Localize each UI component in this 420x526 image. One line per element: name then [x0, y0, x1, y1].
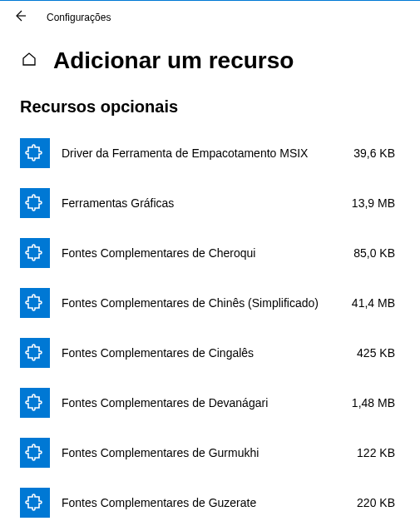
puzzle-icon: [20, 188, 50, 218]
home-button[interactable]: [20, 52, 38, 70]
puzzle-icon: [20, 238, 50, 268]
feature-item[interactable]: Fontes Complementares de Gurmukhi122 KB: [15, 428, 405, 478]
header-bar: Configurações: [0, 1, 420, 31]
feature-size: 1,48 MB: [352, 396, 400, 409]
back-arrow-icon: [13, 9, 27, 26]
puzzle-icon: [20, 438, 50, 468]
feature-list: Driver da Ferramenta de Empacotamento MS…: [0, 128, 420, 526]
feature-name: Fontes Complementares de Chinês (Simplif…: [62, 296, 340, 310]
feature-name: Fontes Complementares de Cheroqui: [62, 246, 342, 260]
puzzle-icon: [20, 288, 50, 318]
back-button[interactable]: [13, 11, 27, 24]
feature-size: 85,0 KB: [353, 246, 400, 260]
page-header: Adicionar um recurso: [0, 31, 420, 97]
feature-name: Fontes Complementares de Cingalês: [62, 346, 345, 360]
feature-item[interactable]: Fontes Complementares de Devanágari1,48 …: [15, 378, 405, 428]
page-title: Adicionar um recurso: [53, 47, 294, 74]
feature-item[interactable]: Fontes Complementares de Guzerate220 KB: [15, 478, 405, 526]
puzzle-icon: [20, 488, 50, 518]
app-title: Configurações: [47, 12, 111, 23]
feature-name: Fontes Complementares de Gurmukhi: [62, 446, 345, 459]
feature-size: 220 KB: [357, 496, 400, 509]
feature-size: 13,9 MB: [352, 196, 400, 210]
puzzle-icon: [20, 338, 50, 368]
feature-item[interactable]: Driver da Ferramenta de Empacotamento MS…: [15, 128, 405, 178]
feature-name: Fontes Complementares de Devanágari: [62, 396, 340, 409]
feature-size: 122 KB: [357, 446, 400, 459]
feature-item[interactable]: Fontes Complementares de Cheroqui85,0 KB: [15, 228, 405, 278]
feature-name: Fontes Complementares de Guzerate: [62, 496, 345, 509]
feature-size: 39,6 KB: [353, 146, 400, 160]
puzzle-icon: [20, 388, 50, 418]
feature-item[interactable]: Ferramentas Gráficas13,9 MB: [15, 178, 405, 228]
feature-item[interactable]: Fontes Complementares de Chinês (Simplif…: [15, 278, 405, 328]
feature-size: 425 KB: [357, 346, 400, 360]
home-icon: [21, 51, 37, 71]
feature-name: Ferramentas Gráficas: [62, 196, 340, 210]
feature-size: 41,4 MB: [352, 296, 400, 310]
feature-name: Driver da Ferramenta de Empacotamento MS…: [62, 146, 342, 160]
section-title: Recursos opcionais: [0, 97, 420, 128]
feature-item[interactable]: Fontes Complementares de Cingalês425 KB: [15, 328, 405, 378]
puzzle-icon: [20, 138, 50, 168]
